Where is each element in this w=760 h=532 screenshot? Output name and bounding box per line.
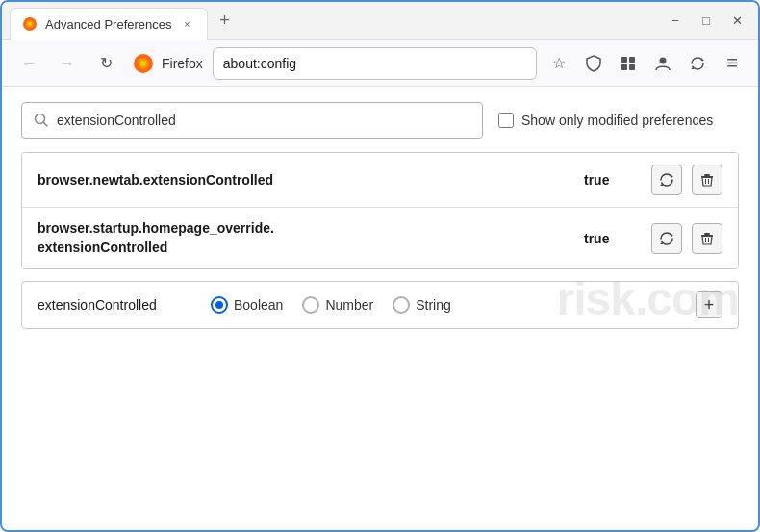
svg-point-10: [660, 57, 667, 63]
maximize-button[interactable]: □: [693, 8, 720, 35]
svg-marker-15: [671, 174, 673, 177]
svg-rect-17: [704, 174, 710, 176]
search-box[interactable]: [21, 102, 483, 139]
firefox-tab-icon: [22, 16, 38, 32]
string-radio-circle[interactable]: [393, 296, 410, 314]
delete-pref-2-button[interactable]: [692, 223, 722, 254]
search-input[interactable]: [57, 113, 470, 128]
pref-name-1: browser.newtab.extensionControlled: [38, 172, 584, 188]
menu-button[interactable]: ≡: [718, 49, 747, 78]
firefox-logo-icon: [133, 53, 154, 74]
new-pref-name: extensionControlled: [38, 297, 191, 313]
extension-button[interactable]: [614, 49, 643, 78]
search-row: Show only modified preferences: [21, 102, 739, 139]
type-radio-group: Boolean Number String: [211, 296, 696, 314]
firefox-label: Firefox: [162, 56, 203, 71]
pref-row-1: browser.newtab.extensionControlled true: [22, 153, 738, 208]
number-radio-option[interactable]: Number: [302, 296, 373, 314]
svg-rect-23: [704, 233, 710, 235]
extension-icon: [620, 55, 637, 72]
address-bar[interactable]: about:config: [213, 47, 537, 80]
reset-icon-2: [659, 231, 674, 246]
string-label: String: [416, 297, 451, 313]
boolean-radio-option[interactable]: Boolean: [211, 296, 283, 314]
svg-rect-8: [621, 64, 627, 70]
pref-value-1: true: [584, 172, 632, 188]
reset-icon: [659, 172, 674, 188]
pref-actions-1: [651, 165, 722, 195]
minimize-button[interactable]: −: [662, 8, 689, 35]
tab-title: Advanced Preferences: [45, 17, 172, 32]
reset-pref-2-button[interactable]: [651, 223, 682, 254]
content-area: Show only modified preferences browser.n…: [2, 87, 758, 344]
show-modified-label[interactable]: Show only modified preferences: [498, 113, 713, 128]
shield-icon: [585, 55, 602, 72]
nav-bar: ← → ↻ Firefox about:config ☆: [2, 40, 758, 87]
sync-button[interactable]: [683, 49, 712, 78]
sync-icon: [689, 55, 706, 72]
profile-button[interactable]: [648, 49, 677, 78]
pref-value-2: true: [584, 231, 632, 246]
refresh-button[interactable]: ↻: [90, 48, 121, 79]
svg-point-5: [140, 61, 146, 66]
shield-button[interactable]: [579, 49, 608, 78]
delete-icon: [699, 172, 715, 188]
close-button[interactable]: ✕: [723, 8, 750, 35]
svg-marker-21: [671, 233, 673, 236]
svg-line-14: [44, 123, 48, 127]
add-preference-row: extensionControlled Boolean Number Strin…: [21, 281, 739, 329]
url-display: about:config: [223, 56, 296, 71]
svg-rect-9: [629, 64, 635, 70]
boolean-label: Boolean: [234, 297, 283, 313]
profile-icon: [654, 55, 671, 72]
delete-icon-2: [699, 231, 715, 246]
add-preference-button[interactable]: +: [696, 291, 722, 318]
boolean-radio-circle[interactable]: [211, 296, 228, 314]
pref-name-2: browser.startup.homepage_override. exten…: [38, 219, 584, 257]
pref-row-2: browser.startup.homepage_override. exten…: [22, 208, 738, 268]
back-button[interactable]: ←: [13, 48, 44, 79]
number-label: Number: [325, 297, 373, 313]
preferences-table: browser.newtab.extensionControlled true: [21, 152, 739, 269]
pref-actions-2: [651, 223, 722, 254]
new-tab-button[interactable]: +: [212, 8, 239, 35]
tab-close-button[interactable]: ×: [180, 16, 195, 32]
svg-rect-7: [629, 57, 635, 63]
title-bar: Advanced Preferences × + − □ ✕: [2, 2, 758, 40]
svg-rect-6: [621, 57, 627, 63]
search-icon: [34, 113, 49, 128]
svg-point-2: [28, 22, 32, 26]
nav-icons: ☆: [545, 49, 747, 78]
browser-tab[interactable]: Advanced Preferences ×: [10, 8, 208, 40]
window-controls: − □ ✕: [662, 8, 750, 35]
reset-pref-1-button[interactable]: [651, 165, 682, 195]
number-radio-circle[interactable]: [302, 296, 319, 314]
svg-marker-11: [701, 58, 704, 61]
forward-button[interactable]: →: [52, 48, 83, 79]
string-radio-option[interactable]: String: [393, 296, 451, 314]
show-modified-checkbox[interactable]: [498, 113, 514, 128]
bookmark-button[interactable]: ☆: [545, 49, 573, 78]
delete-pref-1-button[interactable]: [692, 165, 722, 195]
